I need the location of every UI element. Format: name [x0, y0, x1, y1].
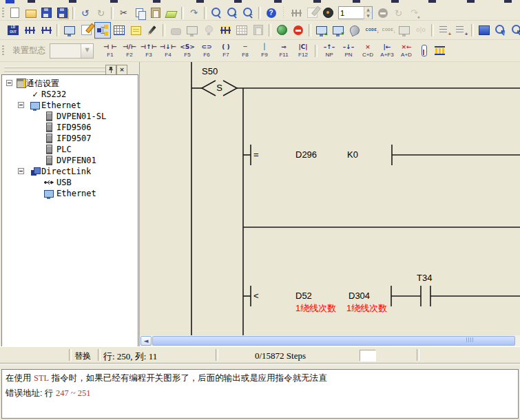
- handheld-monitor-button[interactable]: [184, 22, 200, 39]
- new-file-button[interactable]: [7, 6, 23, 21]
- save-button[interactable]: [39, 6, 54, 21]
- ladder-pn-button[interactable]: –↓–PN: [339, 41, 358, 61]
- step-spinner[interactable]: ▲▼: [338, 6, 373, 19]
- tree-item-rs232[interactable]: ✓RS232: [2, 89, 138, 100]
- tree-item-ethernet[interactable]: Ethernet: [2, 100, 138, 111]
- device-monitor-button[interactable]: [304, 6, 320, 21]
- tree-expander-icon[interactable]: [18, 102, 24, 108]
- compare-operator-1[interactable]: =: [253, 150, 259, 160]
- ladder-f9-button[interactable]: │F9: [255, 41, 274, 61]
- ladder-edit-button[interactable]: [217, 22, 233, 39]
- horizontal-scrollbar[interactable]: ◄: [139, 335, 520, 346]
- scrollbar-thumb[interactable]: [152, 336, 515, 346]
- tree-item-dvpfen01[interactable]: DVPFEN01: [2, 155, 138, 166]
- scroll-left-icon[interactable]: ◄: [141, 336, 152, 346]
- communication-button[interactable]: [346, 22, 363, 39]
- ladder-f4-button[interactable]: ⊣↓⊢F4: [158, 41, 178, 61]
- chevron-down-icon[interactable]: ▼: [81, 44, 93, 58]
- stop-monitor-button[interactable]: [375, 6, 391, 21]
- save-all-button[interactable]: [54, 6, 70, 21]
- tree-item-plc[interactable]: PLC: [2, 144, 138, 155]
- tree-item-dvpen01-sl[interactable]: DVPEN01-SL: [2, 111, 138, 122]
- ladder-f6-button[interactable]: ⊂⊃F6: [197, 41, 216, 61]
- close-icon[interactable]: ×: [116, 65, 127, 75]
- clipboard-button[interactable]: [250, 22, 267, 39]
- undo-button[interactable]: ↺: [77, 6, 93, 21]
- api-list-button[interactable]: [432, 43, 448, 59]
- ladder-f8-button[interactable]: ─F8: [236, 41, 255, 61]
- grid-button[interactable]: [233, 22, 250, 39]
- stl-contact[interactable]: S: [211, 83, 228, 93]
- handheld-button[interactable]: [167, 22, 184, 39]
- delete-row-button[interactable]: +: [453, 22, 469, 39]
- cut-button[interactable]: ✂: [116, 6, 132, 21]
- compare-operand-d296[interactable]: D296: [295, 150, 317, 160]
- ladder-f1-button[interactable]: ⊣ ⊢F1: [101, 41, 120, 61]
- copy-button[interactable]: [132, 6, 147, 21]
- compare-operand-d304[interactable]: D304: [349, 291, 370, 301]
- upload-program-button[interactable]: ▲: [313, 22, 330, 39]
- marker-pen-button[interactable]: [144, 22, 160, 39]
- zoom-in-button[interactable]: +: [225, 6, 240, 21]
- refresh-button[interactable]: ↻: [391, 6, 406, 21]
- monitor-mode-button[interactable]: [61, 22, 78, 39]
- ladder-f5-button[interactable]: <S>F5: [178, 41, 197, 61]
- offline-button[interactable]: [290, 22, 306, 39]
- io-points-button[interactable]: o|o: [413, 22, 429, 39]
- tree-item-ethernet[interactable]: Ethernet: [2, 188, 138, 199]
- comment-button[interactable]: [127, 22, 144, 39]
- compare-operand-d52[interactable]: D52: [295, 291, 312, 301]
- tree-item-directlink[interactable]: DirectLink: [2, 166, 138, 177]
- tree-item-usb[interactable]: USB: [2, 177, 138, 188]
- image-view-button[interactable]: [476, 22, 492, 39]
- tree-expander-icon[interactable]: [6, 80, 12, 86]
- instruction-list-button[interactable]: [38, 22, 54, 39]
- spin-up-icon[interactable]: ▲: [364, 7, 372, 13]
- spin-down-icon[interactable]: ▼: [364, 13, 372, 19]
- timer-contact-label[interactable]: T34: [417, 273, 432, 283]
- compare-operator-2[interactable]: <: [253, 291, 259, 301]
- dock-panel-header[interactable]: ×: [1, 64, 138, 74]
- dock-grip[interactable]: [4, 67, 114, 73]
- online-button[interactable]: [273, 22, 290, 39]
- erase-button[interactable]: [163, 6, 179, 21]
- download-program-button[interactable]: ▼: [330, 22, 346, 39]
- ld-out-instruction-button[interactable]: LD OUT: [5, 22, 21, 39]
- tree-item--[interactable]: 通信设置: [2, 78, 138, 89]
- workspace-tree-button[interactable]: [94, 22, 111, 39]
- zoom-out-button[interactable]: −: [240, 6, 256, 21]
- redo-button[interactable]: ↻: [93, 6, 109, 21]
- toolbar-grip[interactable]: [2, 45, 4, 56]
- ladder-f2-button[interactable]: ⊣/⊢F2: [120, 41, 139, 61]
- code-download-button[interactable]: CODE↓: [363, 22, 379, 39]
- ladder-monitor-button[interactable]: [289, 6, 304, 21]
- find-button[interactable]: [209, 6, 225, 21]
- ladder-f11-button[interactable]: ⊸F11: [274, 41, 293, 61]
- code-upload-button[interactable]: CODE↓: [379, 22, 396, 39]
- ladder-np-button[interactable]: –↑–NP: [320, 41, 339, 61]
- toolbar-grip[interactable]: [2, 8, 4, 19]
- compare-operand-k0[interactable]: K0: [347, 150, 358, 160]
- ladder-f3-button[interactable]: ⊣↑⊢F3: [139, 41, 158, 61]
- tree-item-ifd9507[interactable]: IFD9507: [2, 133, 138, 144]
- edit-mode-button[interactable]: [78, 22, 94, 39]
- ladder-view-button[interactable]: [21, 22, 38, 39]
- open-file-button[interactable]: [23, 6, 39, 21]
- monitor-value-button[interactable]: [416, 43, 432, 59]
- ladder-a-f3-button[interactable]: |←A+F3: [377, 41, 397, 61]
- find-device-button[interactable]: M: [492, 22, 509, 39]
- tree-expander-icon[interactable]: [18, 168, 24, 174]
- ladder-editor[interactable]: S50 S = D296 K0 < D52 D304 1绕线次数 1绕线次数 T…: [139, 62, 520, 335]
- history-button[interactable]: [320, 6, 336, 21]
- tree-item-ifd9506[interactable]: IFD9506: [2, 122, 138, 133]
- device-type-combobox[interactable]: ▼: [50, 43, 94, 59]
- insert-row-button[interactable]: +: [436, 22, 453, 39]
- table-view-button[interactable]: [111, 22, 127, 39]
- step-run-button[interactable]: ↷●: [406, 6, 422, 21]
- find-ip-button[interactable]: IP: [509, 22, 520, 39]
- pin-icon[interactable]: [105, 65, 116, 75]
- ladder-c-d-button[interactable]: ×C+D: [358, 41, 377, 61]
- device-transfer-button[interactable]: [396, 22, 413, 39]
- paste-button[interactable]: [147, 6, 163, 21]
- ladder-a-d-button[interactable]: ×←A+D: [397, 41, 416, 61]
